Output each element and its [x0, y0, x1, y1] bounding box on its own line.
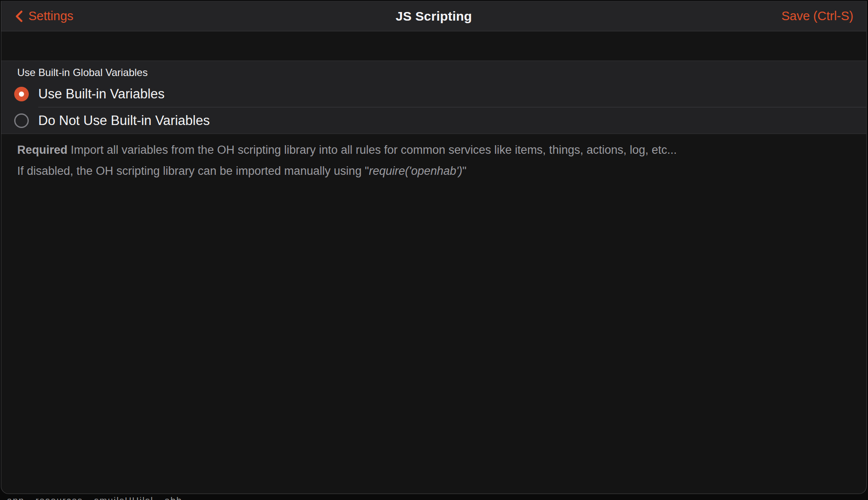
save-button[interactable]: Save (Ctrl-S)	[781, 9, 853, 23]
required-badge-text: Required	[17, 143, 67, 156]
settings-sheet: Settings JS Scripting Save (Ctrl-S) Use …	[1, 1, 867, 494]
group-label: Use Built-in Global Variables	[1, 61, 866, 81]
back-to-settings-button[interactable]: Settings	[14, 9, 73, 23]
page-spacer	[1, 31, 866, 61]
radio-option-label: Use Built-in Variables	[38, 86, 165, 102]
radio-option-use-built-in-variables[interactable]: Use Built-in Variables	[1, 81, 866, 107]
back-button-label: Settings	[28, 9, 73, 23]
radio-option-do-not-use-built-in-variables[interactable]: Do Not Use Built-in Variables	[1, 107, 866, 134]
chevron-left-icon	[14, 10, 24, 23]
description-line-2: If disabled, the OH scripting library ca…	[17, 164, 840, 178]
description-line-1-text: Import all variables from the OH scripti…	[67, 143, 677, 156]
description-code-snippet: require('openhab')	[369, 165, 462, 177]
description-line-2-prefix: If disabled, the OH scripting library ca…	[17, 165, 369, 177]
radio-option-label: Do Not Use Built-in Variables	[38, 113, 210, 128]
option-description: Required Import all variables from the O…	[1, 134, 866, 178]
radio-unchecked-icon	[14, 113, 29, 128]
description-line-2-suffix: "	[462, 165, 467, 177]
navbar: Settings JS Scripting Save (Ctrl-S)	[1, 1, 866, 31]
description-line-1: Required Import all variables from the O…	[17, 143, 840, 157]
built-in-variables-group: Use Built-in Global Variables Use Built-…	[1, 61, 866, 134]
clipped-background-text: app resources smuilsHHilsl abb	[7, 495, 182, 500]
page-title: JS Scripting	[396, 9, 472, 24]
radio-checked-icon	[14, 87, 29, 101]
